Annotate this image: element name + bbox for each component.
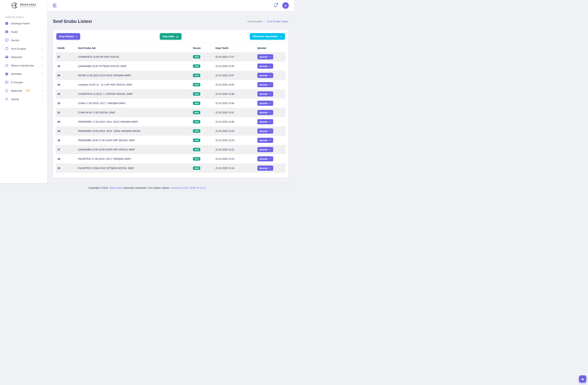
sidebar-item-credit-card[interactable]: Ödemeler xyxy=(2,53,45,61)
chevron-down-icon xyxy=(269,167,271,169)
row-group-name: CUMARTESİ 12:00 (5 -7 ) HİPHOP SOSYAL SI… xyxy=(78,89,193,98)
row-actions-button[interactable]: İşlemler xyxy=(257,110,273,115)
row-actions-button[interactable]: İşlemler xyxy=(257,128,273,134)
brand-subtitle: DANCE ACADEMY xyxy=(20,6,36,8)
status-badge: Aktif xyxy=(193,64,200,68)
row-actions-button[interactable]: İşlemler xyxy=(257,54,273,59)
column-header: Kimlik xyxy=(56,43,78,52)
breadcrumb-parent-link[interactable]: Sınıf Grupları xyxy=(247,20,263,23)
status-badge: Aktif xyxy=(193,55,200,58)
row-id: 22 xyxy=(56,98,78,108)
filter-options-button[interactable]: Filtreleme Seçenekleri xyxy=(250,33,285,40)
calendar-icon xyxy=(5,72,9,76)
breadcrumb-separator: / xyxy=(264,20,265,23)
page-content: Sınıf Grubu Listesi Sınıf Grupları / Sın… xyxy=(47,11,294,183)
chevron-down-icon xyxy=(280,35,282,38)
table-row: 20PERŞEMBE 17:30 (2015 -2014 -2013) YARI… xyxy=(56,117,286,126)
mail-icon xyxy=(5,80,9,84)
column-header: İşlemler xyxy=(257,43,286,52)
row-registration-date: 22.01.2025 13:16 xyxy=(215,163,257,173)
sidebar-item-label: Ayarlar xyxy=(11,98,19,101)
gear-icon xyxy=(5,97,9,101)
status-badge: Aktif xyxy=(193,139,200,142)
row-registration-date: 22.01.2025 13:57 xyxy=(215,71,257,80)
row-registration-date: 22.01.2025 13:38 xyxy=(215,89,257,98)
status-badge: Aktif xyxy=(193,120,200,123)
gauge-icon xyxy=(5,21,9,25)
sidebar-item-clock[interactable]: Ödeme Hatırlatıcılar xyxy=(2,62,45,69)
book-icon xyxy=(5,38,9,42)
row-actions-button[interactable]: İşlemler xyxy=(257,119,273,124)
status-badge: Aktif xyxy=(193,83,200,86)
table-row: 19PERŞEMBE 19:00 (2018 -2019 - 2020) YAR… xyxy=(56,126,286,136)
chevron-down-icon xyxy=(269,149,271,151)
clock-icon xyxy=(5,63,9,67)
menu-icon[interactable] xyxy=(52,3,57,8)
row-actions-button[interactable]: İşlemler xyxy=(257,156,273,161)
footer-laravel-link[interactable]: Laravel v11.35.1 (PHP v8.2.27) xyxy=(171,187,206,189)
chevron-down-icon xyxy=(269,74,271,77)
row-group-name: PERŞEMBE 17:30 (2015 -2014 -2013) YARIŞM… xyxy=(78,117,193,126)
chevron-right-icon xyxy=(41,90,43,92)
row-actions-button[interactable]: İşlemler xyxy=(257,101,273,106)
row-group-name: CUMARTESİ 15:30 HIP HOP SOSYAL xyxy=(78,52,193,61)
row-registration-date: 22.01.2025 21:05 xyxy=(215,61,257,71)
chevron-right-icon xyxy=(41,48,43,50)
row-group-name: cumartesi 13:00 ( 8 - 12 ) HİP HOP SOSYA… xyxy=(78,80,193,89)
status-badge: Aktif xyxy=(193,101,200,105)
brand-name: ERHAN KIRCA xyxy=(20,3,36,6)
status-badge: Aktif xyxy=(193,74,200,77)
table-header-row: KimlikSınıf Grubu AdıDurumKayıt Tarihiİş… xyxy=(56,43,286,52)
row-actions-button[interactable]: İşlemler xyxy=(257,82,273,87)
row-actions-button[interactable]: İşlemler xyxy=(257,63,273,69)
chevron-right-icon xyxy=(41,73,43,75)
chevron-down-icon xyxy=(269,93,271,95)
status-badge: Aktif xyxy=(193,111,200,114)
row-registration-date: 22.01.2025 13:34 xyxy=(215,98,257,108)
user-avatar[interactable]: E xyxy=(282,2,289,9)
row-group-name: PAZARTESİ CUMA 20:00 YETİŞKİN SOSYAL SIN… xyxy=(78,163,193,173)
row-actions-button[interactable]: İşlemler xyxy=(257,73,273,78)
row-group-name: CUMA 16:00 17:00 SOSYAL SINIF xyxy=(78,108,193,117)
notification-count-badge: 132 xyxy=(25,89,31,92)
class-group-table: KimlikSınıf Grubu AdıDurumKayıt Tarihiİş… xyxy=(56,43,286,173)
row-actions-button[interactable]: İşlemler xyxy=(257,138,273,143)
table-row: 15PAZARTESİ CUMA 20:00 YETİŞKİN SOSYAL S… xyxy=(56,163,286,173)
sidebar-item-gear[interactable]: Ayarlar xyxy=(2,95,45,103)
row-actions-button[interactable]: İşlemler xyxy=(257,91,273,96)
row-group-name: ÇARŞAMBA 15:00 16:00 CAHİT ARF SOSYAL SI… xyxy=(78,145,193,154)
sidebar-item-label: Etkinlikler xyxy=(11,73,22,75)
chevron-down-icon xyxy=(269,139,271,141)
brand[interactable]: ERHAN KIRCA DANCE ACADEMY xyxy=(0,0,47,11)
footer: Copyright © 2025. Birkan Oruç tarafından… xyxy=(0,183,294,192)
chevron-right-icon xyxy=(41,81,43,83)
export-button[interactable]: Dışa Aktar xyxy=(160,33,182,40)
row-actions-button[interactable]: İşlemler xyxy=(257,147,273,152)
row-id: 15 xyxy=(56,163,78,173)
sidebar-item-toolbox[interactable]: Sınıf Grupları xyxy=(2,45,45,52)
footer-designer-link[interactable]: Birkan Oruç xyxy=(109,187,123,189)
sidebar-item-calendar[interactable]: Etkinlikler xyxy=(2,70,45,78)
main-area: E Sınıf Grubu Listesi Sınıf Grupları / S… xyxy=(47,0,294,183)
chevron-down-icon xyxy=(269,56,271,58)
sidebar-item-bell[interactable]: Bildirimler132 xyxy=(2,87,45,95)
download-icon xyxy=(176,35,179,38)
sidebar-item-book[interactable]: Dersler xyxy=(2,37,45,44)
footer-rights-text: tarafından tasarlandı. Tüm hakları saklı… xyxy=(124,187,170,189)
sidebar-item-label: Gösterge Paneli xyxy=(11,22,30,25)
notifications-bell-icon[interactable] xyxy=(273,3,278,8)
create-group-button[interactable]: Grup Oluştur + xyxy=(56,33,80,40)
row-id: 21 xyxy=(56,108,78,117)
sidebar-item-label: E-Postalar xyxy=(11,81,23,84)
sidebar-item-mail[interactable]: E-Postalar xyxy=(2,78,45,86)
row-id: 18 xyxy=(56,136,78,145)
id-card-icon xyxy=(5,30,9,34)
status-badge: Aktif xyxy=(193,92,200,96)
row-registration-date: 22.01.2025 13:23 xyxy=(215,136,257,145)
table-row: 22CUMA 17:30 (2016 -2017 ) YARIŞMA SINIF… xyxy=(56,98,286,108)
sidebar-item-id-card[interactable]: Kişiler xyxy=(2,28,45,36)
row-actions-button[interactable]: İşlemler xyxy=(257,166,273,171)
sidebar-item-gauge[interactable]: Gösterge Paneli xyxy=(2,19,45,27)
row-registration-date: 22.01.2025 13:19 xyxy=(215,154,257,163)
table-row: 21CUMA 16:00 17:00 SOSYAL SINIFAktif22.0… xyxy=(56,108,286,117)
